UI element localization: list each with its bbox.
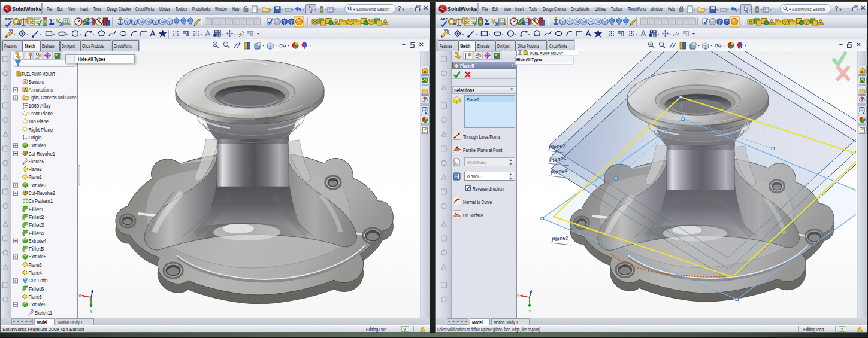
svg-text:Origin: Origin: [29, 135, 43, 141]
svg-text:Σ: Σ: [485, 17, 490, 26]
svg-text:Fillet5: Fillet5: [29, 246, 44, 252]
svg-text:Annotations: Annotations: [29, 87, 53, 93]
svg-text:Cut-Revolve1: Cut-Revolve1: [29, 151, 56, 157]
svg-text:Extrude6: Extrude6: [29, 302, 47, 307]
svg-text:Sketch11: Sketch11: [35, 310, 53, 316]
svg-text:Σ: Σ: [49, 17, 55, 26]
svg-text:Top Plane: Top Plane: [29, 119, 49, 124]
svg-text:Extrude1: Extrude1: [29, 143, 47, 148]
svg-text:1060 Alloy: 1060 Alloy: [29, 103, 52, 109]
svg-text:Right Plane: Right Plane: [29, 127, 53, 133]
svg-text:Cut-Loft1: Cut-Loft1: [29, 278, 49, 284]
svg-text:A: A: [24, 87, 28, 93]
svg-text:Cut-Revolve2: Cut-Revolve2: [29, 191, 56, 196]
svg-text:Sensors: Sensors: [29, 80, 44, 85]
svg-text:Y: Y: [90, 309, 93, 313]
svg-text:Plane5: Plane5: [29, 294, 43, 300]
svg-text:X: X: [517, 294, 520, 298]
svg-text:Plane1: Plane1: [29, 175, 43, 180]
svg-text:Fillet1: Fillet1: [29, 207, 44, 212]
svg-text:Fillet4: Fillet4: [29, 231, 44, 236]
svg-text:Fillet3: Fillet3: [29, 223, 44, 228]
svg-text:Plane2: Plane2: [29, 167, 43, 172]
svg-text:Sketch5: Sketch5: [29, 159, 44, 165]
svg-text:Y: Y: [528, 309, 531, 313]
svg-text:Fillet6: Fillet6: [29, 287, 44, 292]
svg-text:Plane3: Plane3: [29, 263, 43, 268]
svg-text:Extrude4: Extrude4: [29, 239, 47, 244]
svg-text:X: X: [78, 294, 81, 298]
svg-text:Extrude3: Extrude3: [29, 183, 47, 188]
svg-text:Lights, Cameras and Scene: Lights, Cameras and Scene: [29, 95, 77, 101]
svg-text:ABC: ABC: [5, 17, 13, 21]
svg-text:Plane2: Plane2: [551, 235, 569, 243]
svg-text:CirPattern1: CirPattern1: [29, 199, 53, 204]
svg-text:ABC: ABC: [440, 17, 449, 21]
svg-text:Front Plane: Front Plane: [29, 111, 53, 117]
svg-text:Extrude5: Extrude5: [29, 254, 47, 260]
svg-text:Plane4: Plane4: [29, 270, 43, 276]
svg-text:Fillet2: Fillet2: [29, 215, 44, 220]
svg-text:FUEL PUMP MOUNT: FUEL PUMP MOUNT: [22, 72, 56, 77]
